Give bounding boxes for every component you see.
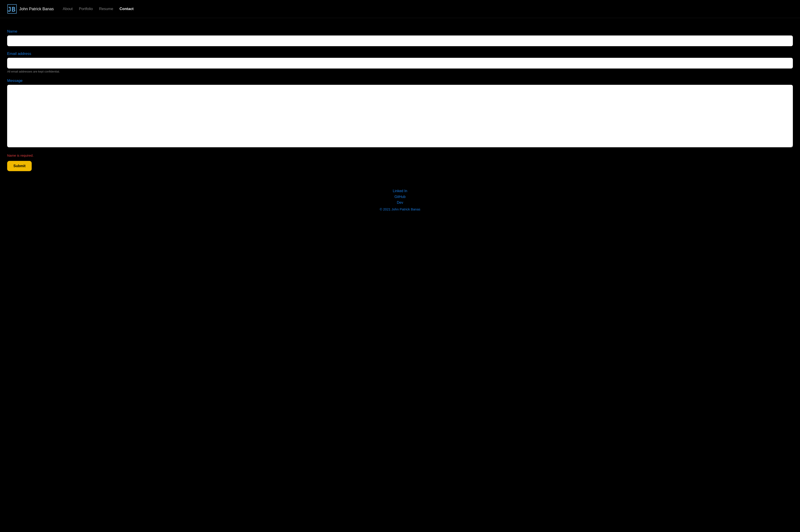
message-group: Message [7,79,793,148]
footer-github[interactable]: GitHub [395,195,405,199]
logo-area: J B John Patrick Banas [7,4,54,14]
submit-button[interactable]: Submit [7,161,32,171]
name-group: Name [7,29,793,46]
footer-links: Linked In GitHub Dev [7,189,793,205]
svg-text:B: B [12,6,15,13]
logo-icon: J B [7,4,17,14]
contact-form-section: Name Email address All email addresses a… [0,18,800,180]
svg-text:J: J [7,6,12,13]
main-nav: About Portfolio Resume Contact [63,7,133,11]
name-input[interactable] [7,36,793,46]
nav-resume[interactable]: Resume [99,7,113,11]
nav-contact[interactable]: Contact [119,7,133,11]
footer-dev[interactable]: Dev [397,201,403,205]
message-textarea[interactable] [7,85,793,147]
nav-about[interactable]: About [63,7,73,11]
email-hint: All email addresses are kept confidentia… [7,70,793,73]
footer-copyright: © 2021 John Patrick Banas [7,207,793,211]
contact-form: Name Email address All email addresses a… [7,29,793,171]
site-title: John Patrick Banas [19,7,54,12]
message-label: Message [7,79,793,83]
email-label: Email address [7,52,793,56]
site-footer: Linked In GitHub Dev © 2021 John Patrick… [0,180,800,218]
footer-linkedin[interactable]: Linked In [393,189,407,193]
nav-portfolio[interactable]: Portfolio [79,7,93,11]
email-input[interactable] [7,58,793,69]
email-group: Email address All email addresses are ke… [7,52,793,73]
error-message: Name is required. [7,154,793,157]
site-header: J B John Patrick Banas About Portfolio R… [0,0,800,18]
name-label: Name [7,29,793,34]
